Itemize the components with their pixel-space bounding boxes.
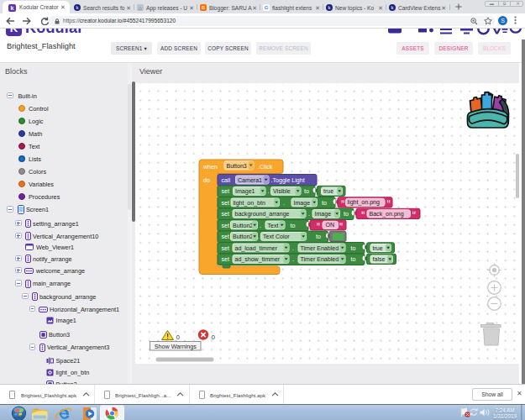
svg-text:set: set [222, 211, 229, 218]
svg-text:.Toggle Light: .Toggle Light [271, 177, 305, 184]
svg-text:to: to [351, 245, 356, 252]
svg-text:false: false [373, 256, 386, 262]
svg-text:do: do [203, 177, 210, 184]
svg-text:Show Warnings: Show Warnings [155, 343, 197, 350]
svg-text:0: 0 [212, 333, 216, 341]
svg-text:Timer Enabled: Timer Enabled [301, 256, 339, 262]
svg-text:Button2: Button2 [233, 223, 253, 228]
svg-text:background_arrange: background_arrange [235, 211, 290, 218]
svg-text:set: set [222, 200, 229, 207]
svg-text:0: 0 [176, 333, 181, 341]
svg-text:Image: Image [294, 200, 311, 207]
svg-text:when: when [202, 164, 218, 171]
svg-text:set: set [222, 234, 229, 240]
svg-text:Back_on.png: Back_on.png [370, 211, 404, 218]
svg-text:to: to [351, 256, 356, 263]
svg-text:Camera1: Camera1 [238, 177, 262, 183]
svg-text:to: to [344, 211, 349, 218]
svg-text:set: set [222, 245, 229, 252]
svg-text:Text: Text [268, 223, 279, 228]
svg-text:call: call [222, 177, 231, 184]
svg-text:.: . [292, 256, 294, 263]
svg-text:.Click: .Click [258, 164, 273, 171]
svg-text:to: to [316, 234, 321, 240]
svg-text:Text Color: Text Color [263, 234, 290, 239]
svg-text:.: . [283, 200, 285, 207]
svg-text:Button3: Button3 [227, 163, 247, 169]
svg-text:true: true [323, 188, 333, 194]
svg-text:light_on_btn: light_on_btn [234, 200, 265, 207]
svg-text:to: to [291, 223, 296, 229]
svg-text:Timer Enabled: Timer Enabled [301, 245, 339, 251]
svg-text:.: . [308, 211, 310, 218]
svg-text:set: set [222, 188, 229, 195]
svg-text:set: set [222, 223, 229, 229]
svg-text:set: set [222, 256, 229, 263]
svg-text:ad_load_timmer: ad_load_timmer [235, 245, 278, 252]
svg-text:.: . [292, 245, 294, 252]
svg-text:Image1: Image1 [235, 188, 255, 195]
svg-text:Image: Image [315, 211, 332, 218]
svg-text:.: . [258, 234, 260, 240]
svg-text:Button2: Button2 [233, 234, 253, 239]
svg-text:true: true [373, 245, 383, 251]
svg-text:to: to [322, 200, 327, 207]
svg-text:ad_show_timmer: ad_show_timmer [235, 256, 281, 263]
svg-text:.: . [268, 188, 270, 195]
svg-text:Visible: Visible [273, 188, 291, 194]
svg-text:to: to [304, 188, 309, 195]
svg-text:light_on.png: light_on.png [348, 199, 380, 206]
svg-text:.: . [260, 223, 261, 229]
svg-text:ON: ON [326, 222, 335, 228]
